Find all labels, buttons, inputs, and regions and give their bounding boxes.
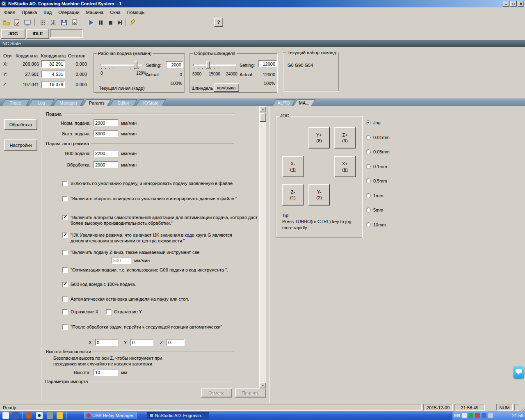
taskbar-clock[interactable]: 21:58	[512, 413, 523, 418]
scroll-down-button[interactable]	[260, 382, 266, 388]
default-feed-checkbox[interactable]	[62, 181, 68, 186]
mirror-x-checkbox[interactable]	[62, 309, 68, 315]
settings-category-button[interactable]: Настройки	[4, 139, 37, 151]
scrollbar-thumb[interactable]	[260, 113, 266, 122]
menu-operations[interactable]: Операции	[55, 9, 82, 16]
step-001-option[interactable]: 0.01mm	[366, 135, 390, 140]
processing-feed-input[interactable]: 2000	[94, 161, 118, 168]
quicklaunch-icon-5[interactable]	[47, 412, 53, 419]
back-to-origin-button[interactable]	[48, 18, 58, 27]
tray-icon-green[interactable]	[468, 413, 473, 418]
step-005-radio[interactable]	[366, 149, 371, 154]
step-01-radio[interactable]	[366, 164, 371, 169]
quicklaunch-icon-2[interactable]	[12, 412, 19, 419]
jog-z-plus-button[interactable]: Z+ (9)	[334, 127, 356, 148]
quicklaunch-icon-4[interactable]	[36, 412, 43, 419]
menu-windows[interactable]: Окна	[107, 9, 124, 16]
g00-feed-input[interactable]: 2200	[94, 150, 118, 157]
step-1-option[interactable]: 1mm	[366, 193, 383, 198]
step-5-radio[interactable]	[366, 208, 371, 212]
spindle-setting-input[interactable]: 12000	[258, 60, 277, 67]
tab-iostate[interactable]: IOState	[136, 99, 166, 106]
quicklaunch-icon-6[interactable]	[57, 412, 63, 419]
tab-editor[interactable]: Editor	[110, 99, 137, 106]
mirror-y-checkbox[interactable]	[106, 309, 111, 315]
scroll-up-button[interactable]	[260, 106, 266, 112]
menu-edit[interactable]: Правка	[18, 9, 40, 16]
task-ncstudio[interactable]: NcStudio AD. Engravin...	[147, 412, 209, 419]
step-10-option[interactable]: 10mm	[366, 222, 386, 227]
step-005-option[interactable]: 0.05mm	[366, 149, 390, 154]
menu-file[interactable]: Файл	[1, 9, 18, 16]
edit-command-button[interactable]	[128, 18, 137, 27]
spindle-slider-track[interactable]	[193, 64, 236, 66]
g00-full-feed-checkbox[interactable]	[62, 282, 68, 287]
pause-button[interactable]	[96, 18, 105, 27]
next-x-input[interactable]: 0	[95, 339, 118, 346]
next-position-checkbox[interactable]	[62, 324, 68, 330]
tray-keyboard-icon[interactable]	[462, 413, 467, 418]
start-button[interactable]	[86, 18, 96, 27]
step-5-option[interactable]: 5mm	[366, 208, 383, 212]
tab-manual[interactable]: MA...	[293, 99, 315, 106]
menu-view[interactable]: Вид	[40, 9, 55, 16]
next-y-input[interactable]: 0	[130, 339, 153, 346]
tab-log[interactable]: Log	[28, 99, 55, 106]
step-05-option[interactable]: 0.5mm	[366, 178, 387, 183]
quicklaunch-icon-3[interactable]	[25, 412, 32, 419]
safe-height-input[interactable]: 10	[94, 369, 118, 376]
jog-z-minus-button[interactable]: Z- (1)	[282, 184, 304, 205]
y-work-coord[interactable]: 4.531	[41, 71, 65, 78]
tab-manager[interactable]: Manager	[53, 99, 84, 106]
spindle-slider-thumb[interactable]	[206, 61, 210, 68]
tray-speaker-icon[interactable]	[488, 413, 493, 418]
simulate-button[interactable]	[12, 18, 21, 27]
step-jog-radio[interactable]	[366, 120, 371, 125]
step-001-radio[interactable]	[366, 135, 371, 140]
normal-feed-input[interactable]: 2000	[94, 119, 118, 126]
default-spindle-checkbox[interactable]	[62, 196, 68, 201]
cancel-button[interactable]: Отмена	[201, 388, 232, 397]
load-origin-button[interactable]	[70, 18, 79, 27]
ijk-increment-checkbox[interactable]	[62, 233, 68, 238]
maximize-button[interactable]	[510, 1, 517, 7]
x-work-coord[interactable]: 82.291	[41, 60, 65, 68]
step-button[interactable]	[115, 18, 124, 27]
step-01-option[interactable]: 0.1mm	[366, 164, 387, 169]
zdown-feed-input[interactable]: 500	[112, 257, 131, 264]
close-button[interactable]	[518, 1, 524, 7]
jog-mode-button[interactable]: JOG	[1, 29, 25, 39]
menu-machine[interactable]: Машина	[83, 9, 107, 16]
step-05-radio[interactable]	[366, 178, 371, 183]
jog-x-minus-button[interactable]: X- (4)	[282, 156, 304, 177]
feed-slider-thumb[interactable]	[134, 61, 137, 68]
feed-setting-input[interactable]: 2000	[166, 61, 183, 68]
step-jog-option[interactable]: Jog	[366, 120, 381, 125]
trace-view-button[interactable]	[23, 18, 32, 27]
language-indicator[interactable]: EN	[454, 413, 460, 418]
jog-y-minus-button[interactable]: Y- (2)	[308, 184, 330, 205]
adaptive-algorithm-checkbox[interactable]	[62, 215, 68, 220]
jog-x-plus-button[interactable]: X+ (6)	[334, 156, 356, 177]
z-work-coord[interactable]: -19.378	[41, 81, 65, 88]
notification-bubble-icon[interactable]	[514, 366, 524, 379]
save-origin-button[interactable]	[59, 18, 68, 27]
step-1-radio[interactable]	[366, 193, 371, 198]
tab-auto[interactable]: AUTO	[272, 99, 296, 106]
zdown-feed-checkbox[interactable]	[62, 250, 68, 255]
quicklaunch-icon-1[interactable]	[2, 412, 9, 419]
tray-icon-red[interactable]	[475, 413, 480, 418]
stop-button[interactable]	[105, 18, 115, 27]
spindle-autostop-checkbox[interactable]	[62, 297, 68, 302]
help-button[interactable]: ?	[214, 18, 223, 27]
tab-params[interactable]: Params	[82, 99, 111, 106]
set-workpiece-origin-button[interactable]	[38, 18, 47, 27]
tab-trace[interactable]: Trace	[1, 99, 30, 106]
open-file-button[interactable]	[2, 18, 11, 27]
jog-y-plus-button[interactable]: Y+ (8)	[308, 127, 330, 148]
apply-button[interactable]: Принять	[235, 388, 266, 397]
task-usb-relay-manager[interactable]: USB Relay Manager	[84, 412, 137, 419]
feed-optimization-checkbox[interactable]	[62, 267, 68, 273]
idle-mode-button[interactable]: IDLE	[26, 29, 49, 39]
rapid-feed-input[interactable]: 3000	[94, 130, 118, 137]
